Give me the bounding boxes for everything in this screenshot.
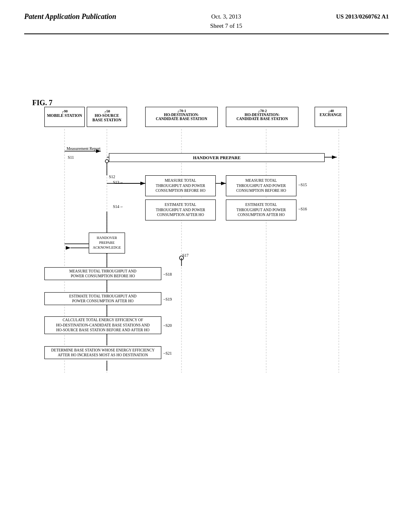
box-estimate-s19: ESTIMATE TOTAL THROUGHPUT ANDPOWER CONSU… xyxy=(44,292,161,305)
step-s14: S14→ xyxy=(113,204,123,209)
step-s18: ~S18 xyxy=(163,272,172,276)
box-calculate-s20: CALCULATE TOTAL ENERGY EFFICIENCY OFHO-D… xyxy=(44,316,161,334)
svg-point-10 xyxy=(105,160,108,163)
step-s17: S17 xyxy=(182,253,189,258)
col-50-ref: ┌50 xyxy=(104,109,110,113)
box-measure-s18: MEASURE TOTAL THROUGHPUT ANDPOWER CONSUM… xyxy=(44,267,161,280)
sheet-info: Sheet 7 of 15 xyxy=(210,23,242,29)
col-40-ref: ┌40 xyxy=(327,109,334,113)
diagram-area: FIG. 7 xyxy=(32,99,395,381)
step-s20: ~S20 xyxy=(163,323,172,328)
step-s11: S11 xyxy=(68,155,74,160)
box-determine-s21: DETERMINE BASE STATION WHOSE ENERGY EFFI… xyxy=(44,346,161,359)
box-estimate-s16: ESTIMATE TOTALTHROUGHPUT AND POWERCONSUM… xyxy=(226,200,296,220)
page: Patent Application Publication Oct. 3, 2… xyxy=(0,0,413,532)
page-header: Patent Application Publication Oct. 3, 2… xyxy=(24,12,389,34)
col-70-2-label: HO-DESTINATION-CANDIDATE BASE STATION xyxy=(236,113,288,121)
col-header-40: ┌40 EXCHANGE xyxy=(315,107,347,127)
box-measure-s15: MEASURE TOTALTHROUGHPUT AND POWERCONSUMP… xyxy=(226,175,296,196)
col-90-ref: ┌90 xyxy=(61,109,67,113)
step-s12: S12 xyxy=(109,175,115,179)
publication-date: Oct. 3, 2013 xyxy=(211,13,241,20)
box-handover-prepare-ack: HANDOVERPREPAREACKNOWLEDGE xyxy=(89,233,125,254)
header-center: Oct. 3, 2013 Sheet 7 of 15 xyxy=(210,12,242,30)
diagram-svg xyxy=(32,99,395,381)
step-s15: ~S15 xyxy=(298,183,307,187)
figure-label: FIG. 7 xyxy=(32,99,52,107)
col-70-2-ref: ┌70-2 xyxy=(258,109,267,113)
col-header-90: ┌90 MOBILE STATION xyxy=(44,107,85,127)
step-s19: ~S19 xyxy=(163,297,172,301)
col-header-70-2: ┌70-2 HO-DESTINATION-CANDIDATE BASE STAT… xyxy=(226,107,298,127)
col-header-70-1: ┌70-1 HO-DESTINATION-CANDIDATE BASE STAT… xyxy=(145,107,218,127)
step-s16: ~S16 xyxy=(298,207,307,211)
patent-number: US 2013/0260762 A1 xyxy=(336,12,389,21)
col-header-50: ┌50 HO-SOURCEBASE STATION xyxy=(87,107,127,127)
publication-title: Patent Application Publication xyxy=(24,12,116,21)
col-40-label: EXCHANGE xyxy=(320,113,342,117)
box-estimate-s14: ESTIMATE TOTALTHROUGHPUT AND POWERCONSUM… xyxy=(145,200,216,220)
step-s13: S13→ xyxy=(113,180,123,185)
measurement-report-label: Measurement Report xyxy=(67,146,100,151)
step-s21: ~S21 xyxy=(163,351,172,355)
col-70-1-label: HO-DESTINATION-CANDIDATE BASE STATION xyxy=(156,113,207,121)
col-70-1-ref: ┌70-1 xyxy=(177,109,186,113)
col-50-label: HO-SOURCEBASE STATION xyxy=(92,113,121,122)
col-90-label: MOBILE STATION xyxy=(47,113,82,118)
box-handover-prepare: HANDOVER PREPARE xyxy=(109,153,325,162)
box-measure-s13: MEASURE TOTALTHROUGHPUT AND POWERCONSUMP… xyxy=(145,175,216,196)
